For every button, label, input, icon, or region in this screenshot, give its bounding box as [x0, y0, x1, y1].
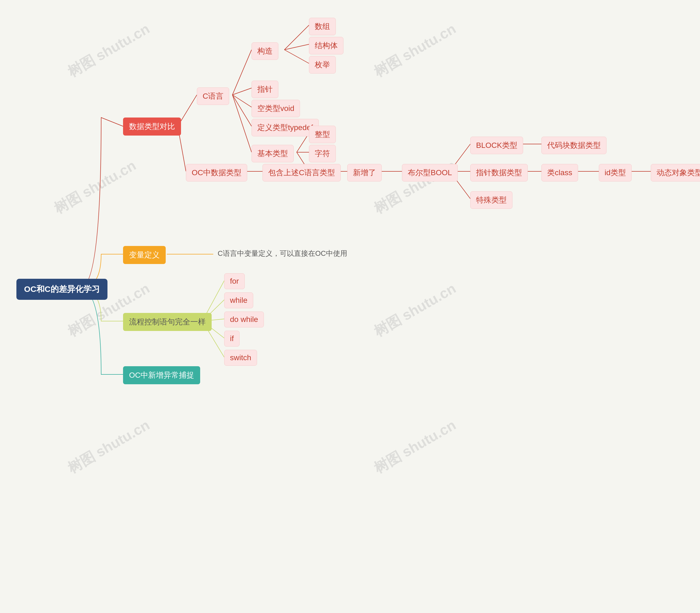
flow-control-node: 流程控制语句完全一样	[123, 313, 212, 331]
zhengxing-node: 整型	[309, 126, 336, 143]
if-node: if	[224, 331, 240, 347]
teshu-node: 特殊类型	[470, 191, 512, 209]
variable-def-node: 变量定义	[123, 246, 166, 264]
svg-line-2	[232, 50, 252, 95]
jiben-node: 基本类型	[252, 145, 294, 162]
zhizhensj-node: 指针数据类型	[470, 164, 528, 181]
oc-data-type-label: OC中数据类型	[192, 168, 241, 178]
dowhile-label: do while	[230, 315, 258, 324]
watermark-8: 树图 shutu.cn	[370, 416, 459, 478]
leclass-label: 类class	[547, 168, 572, 178]
jiegou-label: 结构体	[315, 40, 338, 51]
buerebol-node: 布尔型BOOL	[402, 164, 458, 181]
zhizhen-label: 指针	[257, 84, 272, 94]
block-node: BLOCK类型	[470, 136, 523, 154]
while-node: while	[224, 292, 253, 308]
baohanshuyu-label: 包含上述C语言类型	[268, 168, 335, 178]
flow-control-label: 流程控制语句完全一样	[129, 317, 206, 327]
for-node: for	[224, 273, 245, 289]
buerebol-label: 布尔型BOOL	[408, 168, 452, 178]
jiben-label: 基本类型	[257, 148, 288, 159]
while-label: while	[230, 296, 247, 305]
block-desc-node: 代码块数据类型	[542, 136, 607, 154]
meiju-label: 枚举	[315, 60, 330, 70]
svg-line-3	[232, 88, 252, 95]
zifu-label: 字符	[315, 148, 330, 159]
gouzao-label: 构造	[257, 46, 272, 56]
variable-def-label: 变量定义	[129, 250, 160, 260]
connector-lines	[0, 0, 700, 613]
void-node: 空类型void	[252, 100, 300, 117]
zhizhen-node: 指针	[252, 81, 278, 98]
dongtai-node: 动态对象类型	[651, 164, 700, 181]
c-language-node: C语言	[197, 88, 229, 105]
switch-label: switch	[230, 353, 251, 362]
svg-line-8	[284, 44, 309, 50]
switch-node: switch	[224, 350, 257, 366]
leclass-node: 类class	[542, 164, 578, 181]
zhizhensj-label: 指针数据类型	[476, 168, 522, 178]
svg-line-6	[232, 95, 252, 152]
watermark-6: 树图 shutu.cn	[370, 279, 459, 341]
shuzhu-label: 数组	[315, 21, 330, 32]
watermark-1: 树图 shutu.cn	[64, 19, 153, 82]
baohanshuyu-node: 包含上述C语言类型	[263, 164, 341, 181]
oc-data-type-node: OC中数据类型	[186, 164, 247, 181]
root-label: OC和C的差异化学习	[24, 284, 100, 295]
svg-line-7	[284, 25, 309, 50]
void-label: 空类型void	[257, 103, 294, 114]
svg-line-5	[232, 95, 252, 126]
typedef-node: 定义类型typedef	[252, 119, 319, 136]
c-language-label: C语言	[203, 91, 224, 101]
data-type-label: 数据类型对比	[129, 121, 175, 132]
jiegou-node: 结构体	[309, 37, 343, 54]
dowhile-node: do while	[224, 312, 264, 327]
if-label: if	[230, 334, 234, 343]
watermark-7: 树图 shutu.cn	[64, 416, 153, 478]
data-type-node: 数据类型对比	[123, 118, 181, 135]
gouzao-node: 构造	[252, 42, 278, 60]
exception-label: OC中新增异常捕捉	[129, 370, 194, 380]
var-desc-label: C语言中变量定义，可以直接在OC中使用	[218, 249, 347, 258]
mind-map: 树图 shutu.cn 树图 shutu.cn 树图 shutu.cn 树图 s…	[0, 0, 700, 613]
shuzhu-node: 数组	[309, 18, 336, 35]
xinzengle-node: 新增了	[347, 164, 382, 181]
teshu-label: 特殊类型	[476, 195, 507, 205]
idleixing-node: id类型	[599, 164, 632, 181]
block-label: BLOCK类型	[476, 140, 517, 151]
svg-line-9	[284, 50, 309, 63]
watermark-2: 树图 shutu.cn	[370, 19, 459, 82]
xinzengle-label: 新增了	[353, 168, 376, 178]
watermark-3: 树图 shutu.cn	[51, 156, 139, 218]
for-label: for	[230, 277, 239, 286]
exception-node: OC中新增异常捕捉	[123, 366, 200, 384]
root-node: OC和C的差异化学习	[16, 279, 107, 300]
block-desc-label: 代码块数据类型	[547, 140, 601, 151]
typedef-label: 定义类型typedef	[257, 122, 313, 133]
dongtai-label: 动态对象类型	[657, 168, 700, 178]
var-desc-node: C语言中变量定义，可以直接在OC中使用	[213, 246, 352, 261]
zifu-node: 字符	[309, 145, 336, 162]
meiju-node: 枚举	[309, 56, 336, 74]
svg-line-4	[232, 95, 252, 107]
idleixing-label: id类型	[604, 168, 626, 178]
zhengxing-label: 整型	[315, 129, 330, 140]
